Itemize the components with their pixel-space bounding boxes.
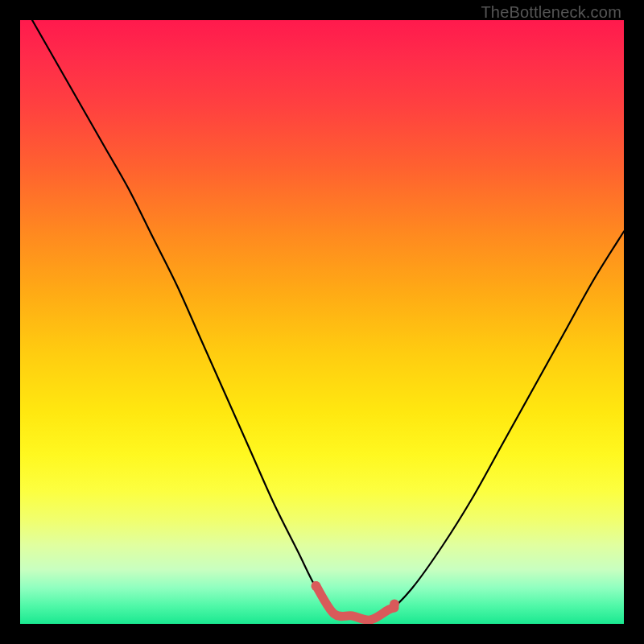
svg-point-1 [390,600,399,609]
watermark-text: TheBottleneck.com [481,3,621,22]
trough-marker [20,20,624,624]
svg-point-0 [312,581,321,591]
